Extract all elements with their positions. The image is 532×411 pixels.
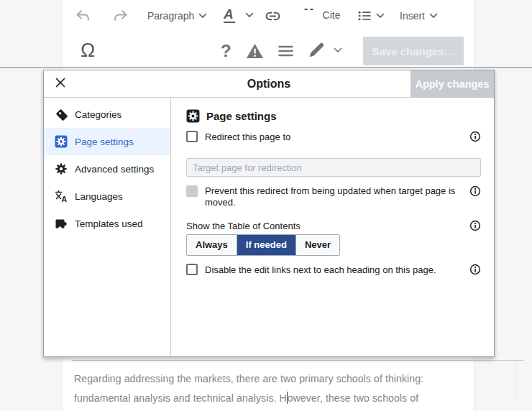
toc-label: Show the Table of Contents <box>186 221 462 231</box>
page-settings-panel: Page settings Redirect this page to Prev… <box>172 98 494 356</box>
sidebar-item-label: Page settings <box>75 137 134 147</box>
prevent-redirect-checkbox <box>186 185 198 197</box>
editor-paragraph[interactable]: Regarding addressing the markets, there … <box>74 369 477 408</box>
special-character-button[interactable]: Ω <box>81 40 95 61</box>
redirect-checkbox-label: Redirect this page to <box>205 131 462 142</box>
list-structure-dropdown[interactable] <box>358 10 385 22</box>
svg-text:A: A <box>62 195 68 203</box>
redirect-row: Redirect this page to <box>186 131 481 142</box>
sidebar-item-templates-used[interactable]: Templates used <box>44 210 170 237</box>
disable-edit-links-row: Disable the edit links next to each head… <box>186 264 481 275</box>
toc-label-row: Show the Table of Contents <box>186 220 481 231</box>
redirect-input-row <box>186 158 481 177</box>
editor-toolbar: Paragraph A “ Cite <box>0 0 532 68</box>
language-icon: A <box>55 190 68 203</box>
page-settings-badge-icon <box>55 135 68 148</box>
disable-edit-links-checkbox[interactable] <box>186 264 198 275</box>
help-icon: ? <box>221 41 231 61</box>
info-icon[interactable] <box>469 185 481 197</box>
link-icon <box>265 10 281 22</box>
text-style-icon: A <box>224 7 235 23</box>
editing-mode-dropdown[interactable] <box>308 42 342 59</box>
close-dialog-button[interactable] <box>44 70 77 98</box>
chevron-down-icon <box>376 13 385 19</box>
toc-always-button[interactable]: Always <box>187 235 237 255</box>
paragraph-line-1: Regarding addressing the markets, there … <box>74 369 477 389</box>
paragraph-format-label: Paragraph <box>147 10 194 22</box>
undo-icon <box>75 9 91 22</box>
save-changes-button[interactable]: Save changes… <box>363 37 464 65</box>
dialog-header: Options Apply changes <box>44 70 494 98</box>
page-options-menu-button[interactable] <box>278 45 294 57</box>
puzzle-icon <box>55 217 68 230</box>
omega-icon: Ω <box>81 40 95 61</box>
chevron-down-icon <box>198 13 207 19</box>
toc-button-group: Always If needed Never <box>186 234 340 256</box>
background-guide-line <box>515 362 516 401</box>
link-button[interactable] <box>265 10 281 22</box>
hamburger-menu-icon <box>278 45 294 57</box>
sidebar-item-advanced-settings[interactable]: Advanced settings <box>44 155 170 183</box>
chevron-down-icon <box>245 12 254 18</box>
toc-buttons-row: Always If needed Never <box>186 234 481 256</box>
redo-button[interactable] <box>113 9 128 22</box>
background-box-edge <box>72 360 523 361</box>
info-icon[interactable] <box>469 131 481 142</box>
dialog-body: Categories Page settings Advanced settin… <box>44 98 494 356</box>
gear-icon <box>55 162 68 175</box>
insert-dropdown[interactable]: Insert <box>400 10 438 22</box>
prevent-redirect-row: Prevent this redirect from being updated… <box>186 185 481 208</box>
undo-button[interactable] <box>75 9 91 22</box>
sidebar-item-page-settings[interactable]: Page settings <box>44 128 170 155</box>
redo-icon <box>113 9 128 22</box>
cite-button[interactable]: “ Cite <box>303 9 340 22</box>
sidebar-item-label: Languages <box>75 191 123 202</box>
quote-icon: “ <box>303 9 316 22</box>
toc-if-needed-button[interactable]: If needed <box>237 235 296 255</box>
sidebar-item-label: Categories <box>75 109 121 120</box>
apply-changes-button[interactable]: Apply changes <box>411 70 494 98</box>
panel-heading: Page settings <box>186 109 481 123</box>
bullet-list-icon <box>358 10 372 22</box>
paragraph-line-2: fundamental analysis and technical analy… <box>74 389 477 408</box>
help-button[interactable]: ? <box>221 41 231 61</box>
panel-heading-label: Page settings <box>206 110 277 122</box>
paragraph-format-dropdown[interactable]: Paragraph <box>147 10 207 22</box>
dialog-sidebar: Categories Page settings Advanced settin… <box>44 98 171 356</box>
cite-label: Cite <box>323 9 341 21</box>
visual-editor-screen: Paragraph A “ Cite <box>0 0 532 411</box>
tag-icon <box>55 108 68 121</box>
chevron-down-icon <box>334 47 342 53</box>
pencil-icon <box>308 42 325 59</box>
insert-label: Insert <box>400 10 425 22</box>
page-settings-badge-icon <box>186 109 200 123</box>
toc-never-button[interactable]: Never <box>296 235 339 255</box>
sidebar-item-categories[interactable]: Categories <box>44 101 170 128</box>
redirect-target-input[interactable] <box>186 158 481 177</box>
prevent-redirect-label: Prevent this redirect from being updated… <box>205 185 462 208</box>
redirect-checkbox[interactable] <box>186 131 198 142</box>
chevron-down-icon <box>429 13 438 19</box>
info-icon[interactable] <box>469 220 481 231</box>
sidebar-item-languages[interactable]: A Languages <box>44 183 170 210</box>
sidebar-item-label: Templates used <box>75 218 143 229</box>
sidebar-item-label: Advanced settings <box>75 164 154 175</box>
notices-button[interactable] <box>246 43 264 59</box>
close-icon <box>55 77 66 91</box>
warning-icon <box>246 43 264 59</box>
text-style-dropdown[interactable]: A <box>224 7 254 23</box>
options-dialog: Options Apply changes Categories <box>43 70 495 357</box>
disable-edit-links-label: Disable the edit links next to each head… <box>205 264 462 275</box>
info-icon[interactable] <box>469 264 481 275</box>
